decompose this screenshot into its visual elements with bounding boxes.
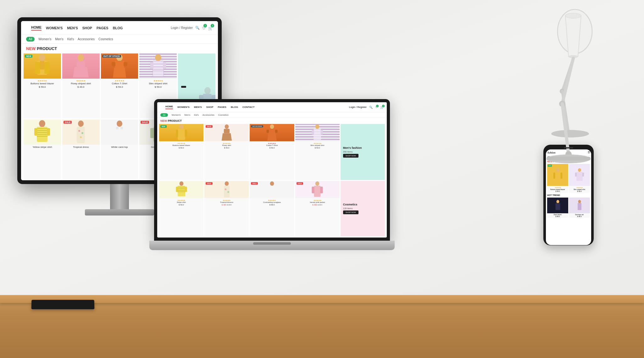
desk-lamp: [502, 0, 597, 157]
laptop-bezel: HOME WOMEN'S MEN'S SHOP PAGES BLOG CONTA…: [154, 99, 390, 241]
svg-point-1: [569, 18, 581, 26]
product-card-7[interactable]: SALE Tropical dress: [62, 120, 100, 179]
filter-kids[interactable]: Kid's: [67, 37, 74, 41]
laptop-filter-cosmetics[interactable]: Cosmetics: [218, 114, 229, 116]
product-card-3[interactable]: OUT OF STOCK ★★★★★: [101, 53, 138, 118]
phone-product-1[interactable]: NEW ★★★★★ Buttons tweed blazer: [547, 164, 568, 193]
nav-mens[interactable]: MEN'S: [67, 26, 78, 30]
laptop-name-9: Varsity pink jacket: [297, 201, 338, 203]
product-info-6: Yellow stripe shirt: [24, 145, 61, 150]
nav-pages[interactable]: PAGES: [97, 26, 108, 30]
monitor-wishlist[interactable]: ♡ 2: [202, 25, 206, 31]
monitor-stand-neck: [110, 184, 129, 209]
laptop-product-6[interactable]: ★★★★★ Stripe shirt $ 59.0: [159, 181, 203, 237]
monitor-stand-base: [85, 209, 154, 215]
phone-hot-2[interactable]: Earrings set $ 98.0: [569, 198, 590, 218]
laptop-nav-womens[interactable]: WOMEN'S: [177, 106, 190, 109]
product-card-2[interactable]: ★★★★★ Flowy striped skirt $ 49.0: [62, 53, 100, 118]
svg-rect-49: [116, 127, 119, 129]
laptop-nav-mens[interactable]: MEN'S: [194, 106, 202, 109]
laptop-login[interactable]: Login / Register: [349, 106, 367, 109]
laptop-product-1[interactable]: NEW ★★★★★ Buttons tweed blazer: [159, 124, 203, 180]
laptop-product-2[interactable]: SALE ★★★★★ Flowy skirt $ 49.0: [204, 124, 249, 180]
laptop-product-7[interactable]: SALE ★★★★★ Tropical kimono: [204, 181, 249, 237]
monitor-search-icon[interactable]: 🔍: [195, 26, 200, 30]
nav-womens[interactable]: WOMEN'S: [46, 26, 63, 30]
laptop-promo-mens-btn[interactable]: SHOP NOW: [343, 154, 358, 158]
laptop-promo-cosmetics-btn[interactable]: SHOP NOW: [343, 210, 358, 214]
laptop-filter-mens[interactable]: Men's: [185, 114, 190, 116]
phone-hot-trend-grid: Dark blazer $ 98.0 Earrings set: [546, 197, 591, 218]
filter-accessories[interactable]: Accessories: [78, 37, 95, 41]
filter-womens[interactable]: Women's: [38, 37, 51, 41]
nav-blog[interactable]: BLOG: [113, 26, 123, 30]
phone-menu-icon[interactable]: ☰: [588, 151, 590, 154]
product-price-1: $ 59.0: [25, 86, 60, 88]
monitor-cart[interactable]: 🛒 2: [208, 25, 213, 31]
svg-rect-12: [77, 61, 85, 67]
laptop-nav-shop[interactable]: SHOP: [206, 106, 214, 109]
svg-rect-70: [321, 130, 323, 135]
product-img-4: [139, 53, 177, 79]
laptop-product-info-6: ★★★★★ Stripe shirt $ 59.0: [159, 198, 203, 207]
product-card-6[interactable]: Yellow stripe shirt: [24, 120, 61, 179]
filter-mens[interactable]: Men's: [55, 37, 63, 41]
monitor-filter-bar: All Women's Men's Kid's Accessories Cosm…: [21, 35, 218, 44]
monitor-nav: HOME WOMEN'S MEN'S SHOP PAGES BLOG: [31, 25, 166, 31]
laptop-nav-blog[interactable]: BLOG: [231, 106, 238, 109]
filter-all[interactable]: All: [26, 37, 35, 42]
svg-rect-86: [314, 186, 321, 197]
laptop-nav-contact[interactable]: CONTACT: [242, 106, 255, 109]
phone-hot-1[interactable]: Dark blazer $ 98.0: [547, 198, 568, 218]
product-card-8[interactable]: White cami top: [101, 120, 138, 179]
laptop-promo-cosmetics-items: 128 items: [343, 207, 382, 210]
svg-rect-8: [35, 62, 40, 74]
phone-logo: Ashion: [547, 151, 556, 154]
svg-rect-40: [34, 128, 37, 136]
laptop-filter-accessories[interactable]: Accessories: [203, 114, 214, 116]
phone-filter-cos[interactable]: Cosmetics: [574, 157, 581, 159]
phone-filter-mens[interactable]: Men's: [559, 157, 563, 159]
monitor-login[interactable]: Login / Register: [171, 26, 193, 30]
laptop-product-img-6: [159, 181, 203, 198]
laptop-stars-3: ★★★★★: [251, 142, 293, 144]
laptop-filter-kids[interactable]: Kid's: [194, 114, 199, 116]
laptop-promo-mens-title: Men's fashion: [343, 146, 382, 150]
laptop-product-8[interactable]: SALE ★★★★★ Contrasting sunglass $ 58.0: [250, 181, 294, 237]
nav-shop[interactable]: SHOP: [82, 26, 92, 30]
laptop-nav-home[interactable]: HOME: [165, 105, 173, 109]
laptop-product-9[interactable]: SALE ★★★★★ Varsity pink jacket: [295, 181, 340, 237]
product-card-1[interactable]: NEW ★★★★★ Buttons: [24, 53, 61, 118]
svg-point-27: [204, 87, 211, 94]
svg-point-79: [225, 181, 229, 186]
laptop-wishlist[interactable]: ♡1: [375, 106, 378, 109]
svg-marker-16: [113, 68, 126, 78]
laptop-cart[interactable]: 🛒2: [380, 106, 384, 109]
promo-mens-btn[interactable]: [181, 86, 186, 88]
svg-rect-53: [150, 128, 154, 138]
phone-product-2[interactable]: ★★★★★ Slim striped shirt $ 59.0: [569, 164, 590, 193]
laptop-price-7: $ 480 $ 964: [206, 204, 247, 206]
laptop-filter-all[interactable]: All: [160, 113, 168, 117]
phone-filter-acc[interactable]: Accessories: [564, 157, 573, 159]
laptop-header-right: Login / Register 🔍 ♡1 🛒2: [349, 106, 384, 109]
laptop-promo-cosmetics[interactable]: Cosmetics 128 items SHOP NOW: [341, 181, 385, 237]
svg-point-85: [315, 181, 319, 186]
phone-filter-womens[interactable]: Women's: [552, 157, 558, 159]
laptop-header: HOME WOMEN'S MEN'S SHOP PAGES BLOG CONTA…: [157, 102, 387, 112]
laptop-promo-mens[interactable]: Men's fashion 358 items SHOP NOW: [341, 124, 385, 180]
svg-rect-92: [560, 173, 562, 179]
laptop-filter-womens[interactable]: Women's: [172, 114, 181, 116]
svg-point-44: [78, 130, 80, 132]
laptop-product-info-9: ★★★★★ Varsity pink jacket $ 485 $ 964: [295, 198, 340, 207]
svg-rect-84: [269, 186, 275, 197]
laptop-product-3[interactable]: OUT OF STOCK ★★★★★: [250, 124, 294, 180]
laptop-product-4[interactable]: ★★★★★ Slim striped shirt $ 59.0: [295, 124, 340, 180]
laptop-search[interactable]: 🔍: [369, 106, 373, 109]
filter-cosmetics[interactable]: Cosmetics: [98, 37, 113, 41]
phone-filter-all[interactable]: All: [547, 156, 551, 159]
phone-product-grid: NEW ★★★★★ Buttons tweed blazer: [546, 163, 591, 193]
nav-home[interactable]: HOME: [31, 25, 42, 31]
laptop-nav-pages[interactable]: PAGES: [218, 106, 226, 109]
svg-point-45: [81, 132, 83, 134]
